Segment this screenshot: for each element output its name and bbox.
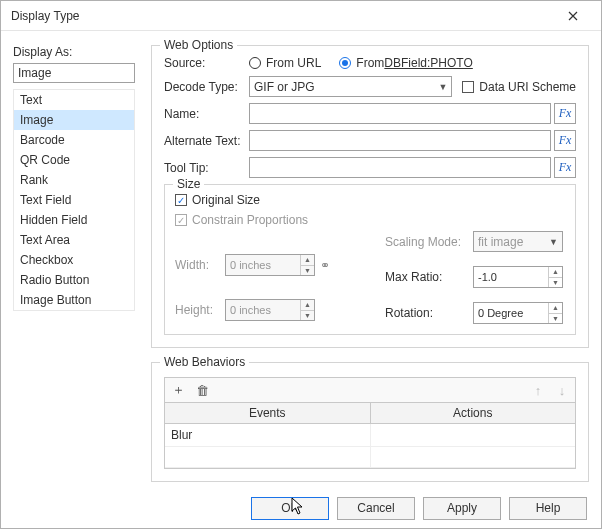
web-behaviors-table[interactable]: Events Actions Blur xyxy=(164,403,576,469)
source-from-db-radio[interactable]: From DBField:PHOTO xyxy=(339,56,472,70)
event-cell: Blur xyxy=(165,424,371,446)
width-label: Width: xyxy=(175,258,225,272)
action-cell xyxy=(371,424,576,446)
spin-down-icon[interactable]: ▼ xyxy=(548,313,562,323)
constrain-checkbox: ✓ Constrain Proportions xyxy=(175,213,565,227)
close-button[interactable] xyxy=(553,2,593,30)
rotation-stepper[interactable]: 0 Degree ▲▼ xyxy=(473,302,563,324)
display-type-item[interactable]: Text Area xyxy=(14,230,134,250)
max-ratio-label: Max Ratio: xyxy=(385,270,473,284)
web-options-legend: Web Options xyxy=(160,38,237,52)
events-header: Events xyxy=(165,403,371,423)
display-as-input[interactable]: Image xyxy=(13,63,135,83)
name-label: Name: xyxy=(164,107,249,121)
spin-up-icon: ▲ xyxy=(300,300,314,310)
display-type-item[interactable]: Hidden Field xyxy=(14,210,134,230)
display-type-item[interactable]: Rank xyxy=(14,170,134,190)
web-behaviors-group: Web Behaviors ＋ 🗑 ↑ ↓ Events Actions Blu… xyxy=(151,362,589,482)
max-ratio-stepper[interactable]: -1.0 ▲▼ xyxy=(473,266,563,288)
display-type-item[interactable]: Image xyxy=(14,110,134,130)
original-size-label: Original Size xyxy=(192,193,260,207)
apply-button[interactable]: Apply xyxy=(423,497,501,520)
rotation-value: 0 Degree xyxy=(474,307,548,319)
width-value: 0 inches xyxy=(226,259,300,271)
add-behavior-button[interactable]: ＋ xyxy=(169,381,187,399)
display-type-item[interactable]: Image Button xyxy=(14,290,134,310)
scaling-mode-value: fit image xyxy=(478,235,523,249)
spin-down-icon: ▼ xyxy=(300,265,314,275)
source-label: Source: xyxy=(164,56,249,70)
source-from-db-prefix: From xyxy=(356,56,384,70)
data-uri-checkbox[interactable]: Data URI Scheme xyxy=(462,80,576,94)
delete-behavior-button[interactable]: 🗑 xyxy=(193,381,211,399)
display-type-list[interactable]: TextImageBarcodeQR CodeRankText FieldHid… xyxy=(13,89,135,311)
plus-icon: ＋ xyxy=(172,381,185,399)
actions-header: Actions xyxy=(371,403,576,423)
height-value: 0 inches xyxy=(226,304,300,316)
alt-text-input[interactable] xyxy=(249,130,551,151)
checkbox-icon: ✓ xyxy=(175,194,187,206)
arrow-up-icon: ↑ xyxy=(535,383,542,398)
display-as-label: Display As: xyxy=(13,45,145,59)
chevron-down-icon: ▼ xyxy=(438,82,447,92)
display-type-item[interactable]: Checkbox xyxy=(14,250,134,270)
web-behaviors-legend: Web Behaviors xyxy=(160,355,249,369)
link-icon: ⚭ xyxy=(319,245,331,285)
display-type-item[interactable]: Barcode xyxy=(14,130,134,150)
close-icon xyxy=(568,11,578,21)
table-row xyxy=(165,447,575,468)
name-fx-button[interactable]: Fx xyxy=(554,103,576,124)
height-stepper: 0 inches ▲▼ xyxy=(225,299,315,321)
checkbox-icon: ✓ xyxy=(175,214,187,226)
constrain-label: Constrain Proportions xyxy=(192,213,308,227)
spin-up-icon[interactable]: ▲ xyxy=(548,267,562,277)
alt-text-fx-button[interactable]: Fx xyxy=(554,130,576,151)
data-uri-label: Data URI Scheme xyxy=(479,80,576,94)
move-up-button: ↑ xyxy=(529,381,547,399)
decode-type-select[interactable]: GIF or JPG ▼ xyxy=(249,76,452,97)
window-title: Display Type xyxy=(11,9,79,23)
chevron-down-icon: ▼ xyxy=(549,237,558,247)
spin-up-icon: ▲ xyxy=(300,255,314,265)
display-type-item[interactable]: QR Code xyxy=(14,150,134,170)
ok-button[interactable]: OK xyxy=(251,497,329,520)
checkbox-icon xyxy=(462,81,474,93)
tooltip-fx-button[interactable]: Fx xyxy=(554,157,576,178)
decode-type-value: GIF or JPG xyxy=(254,80,315,94)
tooltip-label: Tool Tip: xyxy=(164,161,249,175)
scaling-mode-select: fit image ▼ xyxy=(473,231,563,252)
source-from-db-field: DBField:PHOTO xyxy=(384,56,472,70)
move-down-button: ↓ xyxy=(553,381,571,399)
rotation-label: Rotation: xyxy=(385,306,473,320)
radio-icon xyxy=(249,57,261,69)
max-ratio-value: -1.0 xyxy=(474,271,548,283)
height-label: Height: xyxy=(175,303,225,317)
web-options-group: Web Options Source: From URL From DBFiel… xyxy=(151,45,589,348)
display-type-item[interactable]: Text xyxy=(14,90,134,110)
trash-icon: 🗑 xyxy=(196,383,209,398)
spin-up-icon[interactable]: ▲ xyxy=(548,303,562,313)
size-legend: Size xyxy=(173,177,204,191)
help-button[interactable]: Help xyxy=(509,497,587,520)
web-behaviors-toolbar: ＋ 🗑 ↑ ↓ xyxy=(164,377,576,403)
original-size-checkbox[interactable]: ✓ Original Size xyxy=(175,193,565,207)
spin-down-icon[interactable]: ▼ xyxy=(548,277,562,287)
tooltip-input[interactable] xyxy=(249,157,551,178)
scaling-mode-label: Scaling Mode: xyxy=(385,235,473,249)
radio-icon xyxy=(339,57,351,69)
size-group: Size ✓ Original Size ✓ Constrain Proport… xyxy=(164,184,576,335)
cancel-button[interactable]: Cancel xyxy=(337,497,415,520)
display-type-item[interactable]: Radio Button xyxy=(14,270,134,290)
table-row[interactable]: Blur xyxy=(165,424,575,447)
display-type-item[interactable]: Text Field xyxy=(14,190,134,210)
arrow-down-icon: ↓ xyxy=(559,383,566,398)
decode-type-label: Decode Type: xyxy=(164,80,249,94)
width-stepper: 0 inches ▲▼ xyxy=(225,254,315,276)
spin-down-icon: ▼ xyxy=(300,310,314,320)
alt-text-label: Alternate Text: xyxy=(164,134,249,148)
source-from-url-label: From URL xyxy=(266,56,321,70)
name-input[interactable] xyxy=(249,103,551,124)
source-from-url-radio[interactable]: From URL xyxy=(249,56,321,70)
